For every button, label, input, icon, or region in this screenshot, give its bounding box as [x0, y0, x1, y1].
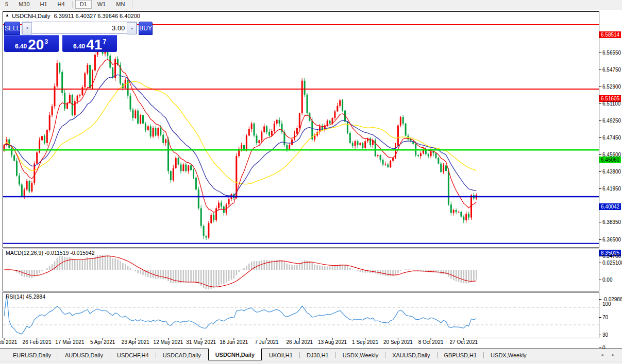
axis-tick	[599, 154, 601, 155]
date-axis-label: 5 Apr 2021	[90, 339, 115, 345]
axis-tick	[599, 263, 601, 263]
axis-tick	[599, 137, 601, 138]
axis-tick	[599, 222, 601, 222]
price-axis-label: 6.47450	[599, 135, 621, 141]
macd-indicator-label: MACD(12,26,9) -0.011519 -0.015942	[6, 250, 95, 256]
price-axis-label: 6.43800	[599, 169, 621, 175]
axis-tick-label: 6.49250	[602, 118, 621, 124]
price-axis-label: 6.49250	[599, 118, 621, 124]
timeframe-button-m30[interactable]: M30	[14, 0, 34, 9]
date-axis-label: 17 Mar 2021	[55, 339, 84, 345]
price-axis-label: 6.56550	[599, 50, 621, 56]
spin-up-icon: ▲	[130, 27, 133, 30]
axis-tick-label: 0	[602, 345, 606, 349]
timeframe-button-mn[interactable]: MN	[111, 0, 129, 9]
tab-usdcnh-daily[interactable]: USDCNH,Daily	[208, 349, 262, 360]
timeframe-toolbar: 5M30H1H4D1W1MN	[0, 0, 622, 9]
buy-button[interactable]: BUY	[139, 22, 153, 35]
volume-increase-button[interactable]: ▲	[127, 22, 137, 34]
price-axis-label: 30	[599, 332, 608, 338]
toolbar-separator	[132, 1, 132, 8]
sell-price-base: 6.40	[15, 43, 27, 50]
timeframe-button-w1[interactable]: W1	[93, 0, 111, 9]
axis-tick-label: 6.47450	[602, 135, 621, 141]
axis-tick	[599, 53, 601, 53]
axis-tick-label: 0.025108	[602, 260, 622, 266]
chart-canvas[interactable]	[3, 11, 599, 341]
rsi-indicator-label: RSI(14) 45.2884	[6, 293, 45, 300]
tab-ukoil-h1[interactable]: UKOil,H1	[262, 349, 299, 361]
tab-eurusd-daily[interactable]: EURUSD,Daily	[6, 349, 58, 361]
tab-gbpusd-h1[interactable]: GBPUSD,H1	[438, 349, 484, 361]
buy-price-pip: 7	[103, 38, 106, 45]
tab-audusd-daily[interactable]: AUDUSD,Daily	[58, 349, 110, 361]
chart-symbol-label: USDCNH,Daily	[12, 13, 51, 19]
axis-tick	[599, 239, 601, 240]
sell-button[interactable]: SELL	[4, 22, 20, 35]
tab-usdx-weekly[interactable]: USDX,Weekly	[336, 349, 385, 361]
date-axis-label: 13 Aug 2021	[318, 339, 347, 345]
volume-decrease-button[interactable]: ▼	[22, 22, 32, 34]
axis-tick-label: 6.41950	[602, 186, 621, 192]
price-axis-label: 6.54750	[599, 67, 621, 73]
axis-tick	[599, 304, 601, 304]
spin-down-icon: ▼	[26, 27, 29, 30]
price-axis-label: 100	[599, 301, 611, 307]
tab-scroll-right-icon[interactable]: ►	[608, 352, 619, 358]
volume-input[interactable]	[32, 22, 127, 33]
tab-usdx-weekly[interactable]: USDX,Weekly	[484, 349, 533, 361]
tab-bar-padding	[0, 349, 6, 361]
date-axis-label: 26 Feb 2021	[23, 339, 52, 345]
price-level-badge: 6.58514	[599, 31, 621, 38]
timeframe-button-5[interactable]: 5	[1, 0, 13, 9]
volume-stepper: ▼ ▲	[22, 22, 137, 34]
tab-usdcad-daily[interactable]: USDCAD,Daily	[156, 349, 208, 361]
axis-tick-label: 6.52900	[602, 84, 621, 90]
panel-collapse-icon[interactable]: ▲	[5, 13, 9, 18]
axis-tick-label: 100	[602, 301, 611, 307]
timeframe-button-h4[interactable]: H4	[53, 0, 70, 9]
price-axis-label: 6.51100	[599, 101, 620, 107]
axis-tick-label: 6.56550	[602, 50, 621, 56]
axis-tick-label: 6.43800	[602, 169, 621, 175]
date-axis-label: 27 Oct 2021	[450, 339, 478, 345]
price-axis-label: 0.025108	[599, 260, 622, 266]
axis-tick-label: 6.38350	[602, 219, 621, 225]
one-click-trade-panel: SELL ▼ ▲ BUY 6.40 20 3	[4, 22, 117, 52]
price-axis-label: 6.52900	[599, 84, 621, 90]
axis-tick-label: 6.36500	[602, 237, 621, 242]
tab-usdchf-h4[interactable]: USDCHF,H4	[110, 349, 156, 361]
axis-tick	[599, 103, 601, 104]
tab-scroll-left-icon[interactable]: ◄	[596, 352, 608, 358]
axis-tick-label: 0.00	[602, 277, 612, 283]
axis-tick	[599, 299, 601, 300]
date-axis-label: 31 May 2021	[186, 339, 216, 345]
buy-price-button[interactable]: 6.40 41 7	[62, 35, 117, 52]
axis-tick	[599, 317, 601, 318]
chart-region: ▲ USDCNH,Daily 6.39911 6.40327 6.39646 6…	[0, 10, 622, 349]
timeframe-button-h1[interactable]: H1	[36, 0, 52, 9]
axis-tick-label: 6.34700	[602, 253, 621, 259]
date-axis-label: 1 Sep 2021	[352, 339, 378, 345]
price-scale[interactable]: 6.585146.565506.547506.529006.516056.511…	[599, 11, 622, 349]
sell-price-button[interactable]: 6.40 20 3	[4, 35, 59, 52]
date-axis-label: 18 Jun 2021	[220, 339, 248, 345]
chart-tab-bar: EURUSD,DailyAUDUSD,DailyUSDCHF,H4USDCAD,…	[0, 349, 622, 361]
date-axis-label: 8 Feb 2021	[0, 339, 17, 345]
price-axis-label: 6.34700	[599, 253, 621, 259]
price-axis-label: 0	[599, 345, 606, 349]
tab-dj30-h1[interactable]: DJ30,H1	[300, 349, 335, 361]
date-axis-label: 23 Apr 2021	[122, 339, 149, 345]
axis-tick-label: 6.54750	[602, 67, 621, 73]
toolbar-separator	[72, 1, 73, 8]
time-scale[interactable]: 8 Feb 202126 Feb 202117 Mar 20215 Apr 20…	[0, 338, 599, 346]
tab-xauusd-daily[interactable]: XAUUSD,Daily	[385, 349, 436, 361]
price-axis-label: 6.36500	[599, 237, 621, 242]
axis-tick	[599, 348, 601, 348]
timeframe-button-d1[interactable]: D1	[75, 0, 92, 9]
price-level-badge: 6.45060	[599, 157, 621, 163]
price-level-badge: 6.40042	[599, 203, 621, 210]
date-axis-label: 8 Oct 2021	[418, 339, 444, 345]
axis-tick	[599, 86, 601, 87]
axis-tick	[599, 120, 601, 121]
